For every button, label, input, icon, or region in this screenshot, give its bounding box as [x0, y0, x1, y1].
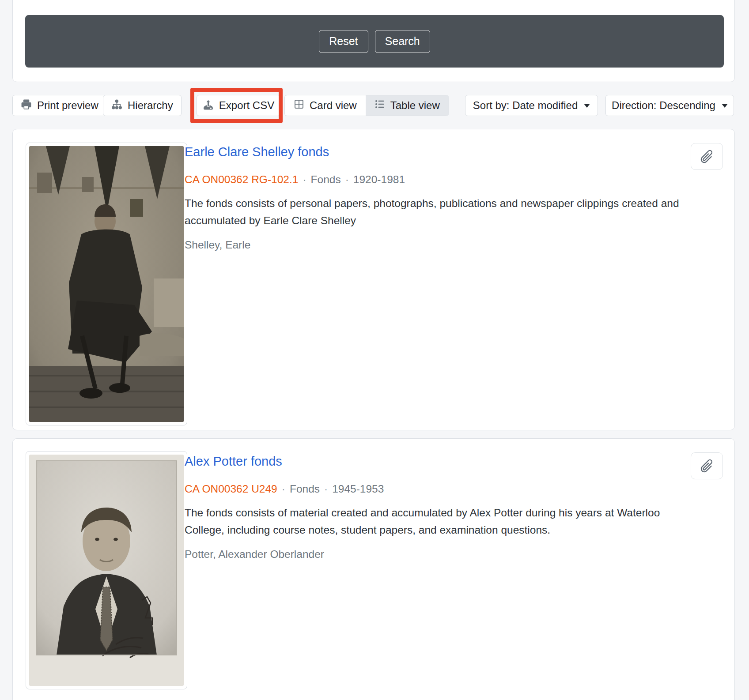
sort-by-label: Sort by: Date modified	[473, 99, 578, 112]
search-actions-bar: Reset Search	[25, 15, 724, 68]
reference-code[interactable]: CA ON00362 U249	[185, 483, 277, 495]
dates: 1920-1981	[353, 173, 405, 185]
direction-label: Direction: Descending	[612, 99, 715, 112]
search-panel: Reset Search	[12, 0, 735, 82]
table-view-button[interactable]: Table view	[366, 95, 449, 116]
upload-icon	[203, 99, 214, 113]
result-card-shelley: Earle Clare Shelley fonds CA ON00362 RG-…	[12, 129, 735, 430]
sort-by-dropdown[interactable]: Sort by: Date modified	[465, 95, 598, 116]
hierarchy-icon	[111, 99, 122, 113]
result-meta-line: CA ON00362 RG-102.1·Fonds·1920-1981	[185, 173, 405, 187]
result-creator[interactable]: Potter, Alexander Oberlander	[185, 548, 324, 561]
meta-separator: ·	[282, 483, 285, 495]
table-view-label: Table view	[390, 99, 440, 112]
card-view-label: Card view	[310, 99, 357, 112]
meta-separator: ·	[345, 173, 349, 185]
result-thumbnail[interactable]	[26, 451, 187, 689]
result-title-link[interactable]: Earle Clare Shelley fonds	[185, 143, 329, 161]
print-preview-label: Print preview	[37, 99, 98, 112]
paperclip-icon	[696, 145, 718, 168]
result-card-potter: Alex Potter fonds CA ON00362 U249·Fonds·…	[12, 438, 735, 700]
table-view-icon	[374, 99, 385, 112]
card-view-button[interactable]: Card view	[285, 95, 366, 116]
attachment-button[interactable]	[691, 143, 723, 170]
result-title-link[interactable]: Alex Potter fonds	[185, 452, 282, 470]
paperclip-icon	[696, 455, 718, 477]
export-csv-button[interactable]: Export CSV	[197, 95, 280, 116]
caret-down-icon	[722, 104, 728, 108]
reset-button[interactable]: Reset	[319, 30, 368, 53]
export-csv-label: Export CSV	[219, 99, 274, 112]
reference-code[interactable]: CA ON00362 RG-102.1	[185, 173, 298, 185]
direction-dropdown[interactable]: Direction: Descending	[605, 95, 734, 116]
printer-icon	[21, 99, 32, 113]
hierarchy-label: Hierarchy	[128, 99, 173, 112]
result-creator[interactable]: Shelley, Earle	[185, 239, 250, 251]
result-description: The fonds consists of personal papers, p…	[185, 195, 679, 229]
result-meta-line: CA ON00362 U249·Fonds·1945-1953	[185, 482, 384, 496]
meta-separator: ·	[324, 483, 328, 495]
view-toggle-group: Card view Table view	[284, 95, 449, 116]
thumbnail-photo	[29, 455, 184, 686]
thumbnail-photo	[29, 146, 184, 422]
meta-separator: ·	[303, 173, 306, 185]
attachment-button[interactable]	[691, 452, 723, 479]
level-of-description: Fonds	[311, 173, 341, 185]
search-button[interactable]: Search	[375, 30, 430, 53]
result-thumbnail[interactable]	[26, 143, 187, 425]
level-of-description: Fonds	[290, 483, 320, 495]
caret-down-icon	[584, 104, 590, 108]
print-preview-button[interactable]: Print preview	[12, 95, 107, 116]
card-view-icon	[294, 99, 304, 112]
dates: 1945-1953	[332, 483, 384, 495]
hierarchy-button[interactable]: Hierarchy	[103, 95, 182, 116]
result-description: The fonds consists of material created a…	[185, 504, 679, 538]
